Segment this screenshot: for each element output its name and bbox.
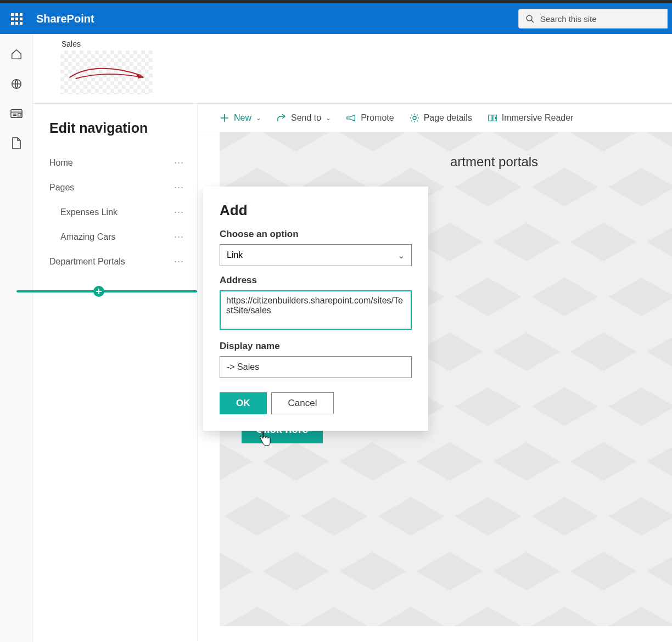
site-logo[interactable]	[60, 50, 153, 94]
nav-item-menu-icon[interactable]: ···	[171, 256, 187, 267]
new-button[interactable]: New ⌄	[220, 113, 261, 123]
megaphone-icon	[346, 113, 356, 123]
search-container: Search this site	[518, 9, 672, 29]
cmd-label: Promote	[361, 113, 394, 123]
edit-navigation-panel: Edit navigation Home ··· Pages ··· Expen…	[33, 104, 198, 640]
nav-item-label: Amazing Cars	[60, 232, 115, 242]
suite-brand[interactable]: SharePoint	[36, 13, 94, 25]
add-link-dialog: Add Choose an option Link ⌄ Address Disp…	[203, 187, 428, 431]
nav-item-home[interactable]: Home ···	[49, 150, 187, 175]
svg-point-0	[527, 15, 532, 21]
cmd-label: New	[234, 113, 251, 123]
svg-point-12	[413, 116, 416, 120]
share-icon	[277, 113, 287, 123]
car-logo-icon	[65, 61, 148, 83]
display-name-input[interactable]	[220, 356, 412, 378]
svg-line-1	[531, 20, 534, 22]
site-header: Sales	[33, 34, 672, 104]
gear-icon	[410, 113, 419, 123]
home-rail-icon[interactable]	[10, 48, 23, 60]
cmd-label: Page details	[424, 113, 472, 123]
nav-item-amazing-cars[interactable]: Amazing Cars ···	[49, 224, 187, 249]
nav-insert-indicator[interactable]	[16, 290, 197, 292]
reader-icon	[488, 113, 497, 123]
suite-bar: SharePoint Search this site	[0, 3, 672, 34]
cancel-button[interactable]: Cancel	[271, 392, 334, 414]
address-input[interactable]	[220, 290, 412, 330]
send-to-button[interactable]: Send to ⌄	[277, 113, 331, 123]
globe-rail-icon[interactable]	[10, 78, 23, 90]
app-rail	[0, 34, 33, 642]
address-label: Address	[220, 275, 412, 286]
news-rail-icon[interactable]	[10, 108, 23, 120]
search-placeholder: Search this site	[540, 14, 597, 24]
chevron-down-icon: ⌄	[397, 250, 405, 261]
waffle-icon	[11, 13, 23, 25]
option-value: Link	[227, 250, 243, 260]
cmd-label: Immersive Reader	[502, 113, 574, 123]
cmd-label: Send to	[291, 113, 321, 123]
option-select[interactable]: Link ⌄	[220, 244, 412, 266]
files-rail-icon[interactable]	[10, 137, 23, 149]
nav-item-menu-icon[interactable]: ···	[171, 157, 187, 168]
ok-button[interactable]: OK	[220, 392, 267, 414]
search-input[interactable]: Search this site	[518, 9, 668, 29]
search-icon	[525, 14, 535, 24]
dialog-title: Add	[220, 202, 412, 219]
nav-item-label: Department Portals	[49, 257, 125, 267]
nav-panel-title: Edit navigation	[49, 120, 187, 136]
nav-item-pages[interactable]: Pages ···	[49, 175, 187, 200]
add-nav-item-button[interactable]	[93, 286, 104, 297]
nav-item-label: Pages	[49, 183, 74, 193]
nav-item-menu-icon[interactable]: ···	[171, 182, 187, 193]
nav-item-department-portals[interactable]: Department Portals ···	[49, 249, 187, 274]
app-launcher-button[interactable]	[0, 3, 33, 34]
svg-rect-7	[18, 114, 21, 116]
nav-item-label: Expenses Link	[60, 207, 117, 217]
page-details-button[interactable]: Page details	[410, 113, 472, 123]
nav-item-menu-icon[interactable]: ···	[171, 206, 187, 218]
promote-button[interactable]: Promote	[346, 113, 394, 123]
option-label: Choose an option	[220, 229, 412, 240]
nav-item-expenses-link[interactable]: Expenses Link ···	[49, 200, 187, 224]
nav-item-menu-icon[interactable]: ···	[171, 231, 187, 243]
command-bar: New ⌄ Send to ⌄ Promote	[198, 104, 672, 132]
site-title: Sales	[61, 40, 645, 48]
dialog-button-row: OK Cancel	[220, 392, 412, 414]
nav-item-label: Home	[49, 158, 73, 168]
plus-icon	[220, 113, 229, 123]
display-name-label: Display name	[220, 341, 412, 352]
chevron-down-icon: ⌄	[256, 114, 261, 122]
portal-heading: artment portals	[450, 154, 538, 170]
chevron-down-icon: ⌄	[326, 114, 331, 122]
immersive-reader-button[interactable]: Immersive Reader	[488, 113, 574, 123]
plus-icon	[96, 289, 102, 294]
